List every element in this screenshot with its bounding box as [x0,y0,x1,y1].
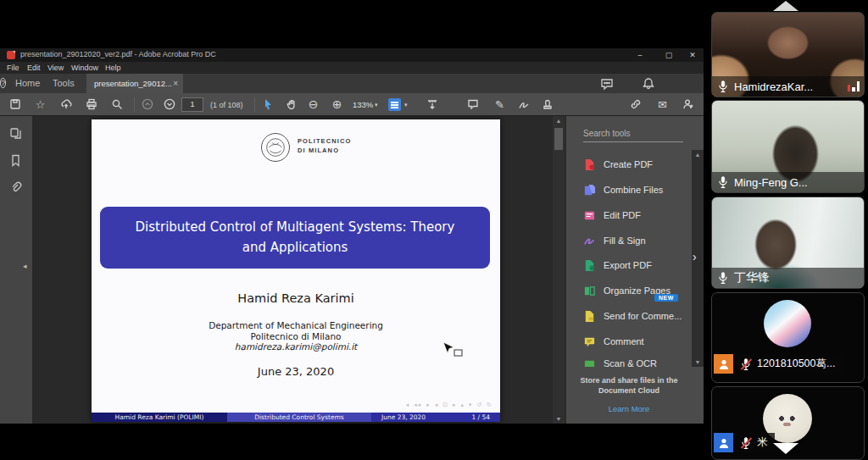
tool-export-pdf[interactable]: Export PDF [583,256,652,274]
polimi-logo-text: POLITECNICO DI MILANO [298,137,351,156]
email-icon[interactable]: ✉ [656,98,669,111]
footer-author: Hamid Reza Karimi (POLIMI) [92,413,227,422]
participant-name: Ming-Feng G... [734,176,808,189]
participant-name: HamidrezaKar... [734,80,813,93]
tool-create-pdf[interactable]: Create PDF [583,155,653,174]
slide-author: Hamid Reza Karimi [92,291,500,305]
add-person-icon[interactable] [682,98,694,111]
link-share-icon[interactable] [629,98,642,111]
previous-page-icon[interactable] [141,98,153,111]
scroll-participants-down-icon[interactable] [773,443,798,454]
slide-title-box: Distributed Control of Multiagent System… [100,207,490,269]
pdf-file-icon [7,51,15,59]
slide-date: June 23, 2020 [92,365,500,378]
star-icon[interactable]: ☆ [34,98,47,111]
main-toolbar: ☆ 1 (1 of 108) ⊖ ⊕ 133% ▾ [0,93,704,116]
tool-edit-pdf[interactable]: Edit PDF [583,206,641,224]
menu-help[interactable]: Help [105,62,121,74]
slide-footer-bar: Hamid Reza Karimi (POLIMI) Distributed C… [92,413,500,422]
select-tool-icon[interactable] [261,98,274,111]
share-cloud-icon[interactable] [59,98,72,111]
page-thumbnails-icon[interactable] [8,126,23,141]
document-cloud-text-2: Document Cloud [566,386,692,395]
minimize-button[interactable]: – [631,49,649,61]
slide-title: Distributed Control of Multiagent System… [122,218,468,258]
page-number-input[interactable]: 1 [181,97,203,112]
acrobat-window: presentation_29012020_ver2.pdf - Adobe A… [0,48,704,424]
window-title: presentation_29012020_ver2.pdf - Adobe A… [20,50,216,58]
participant-video-2[interactable]: Ming-Feng G... [711,100,865,193]
scroll-down-icon[interactable]: ▼ [553,416,565,422]
page-fit-icon[interactable] [388,98,401,111]
zoom-caret-icon[interactable]: ▾ [375,102,378,108]
footer-right: June 23, 2020 1 / 54 [371,413,500,422]
close-button[interactable]: ✕ [683,49,702,61]
help-icon[interactable]: ? [0,78,6,88]
tools-list: Create PDF Combine Files Edit PDF Fill &… [566,150,692,367]
search-icon[interactable] [110,98,123,111]
polimi-seal-logo [261,133,290,162]
collapse-panel-chevron-icon[interactable]: › [693,250,697,263]
attachments-icon[interactable] [8,180,23,195]
audio-level-icon [848,81,860,91]
fit-width-icon[interactable] [426,98,438,111]
maximize-button[interactable]: ▢ [659,49,678,61]
tool-comment[interactable]: Comment [583,332,644,351]
zoom-out-icon[interactable]: ⊖ [307,98,320,111]
tools-panel-scrollbar[interactable]: ▲ › ▼ [692,150,704,367]
menu-window[interactable]: Window [71,62,98,74]
beamer-nav-symbols: ◂ ◂▸ ▸ ◂ ⊡ ▸ ▴ ▾ ↺ ↻ [406,402,493,408]
scroll-participants-up-icon[interactable] [773,1,798,11]
tab-document[interactable]: presentation_29012... × [86,74,183,93]
pdf-page: POLITECNICO DI MILANO Distributed Contro… [92,119,500,422]
next-page-icon[interactable] [163,98,175,111]
menu-edit[interactable]: Edit [27,62,41,74]
bookmarks-icon[interactable] [8,153,23,168]
mouse-cursor [442,341,465,358]
mic-muted-icon [740,357,752,371]
panel-scroll-up-icon[interactable]: ▲ [692,152,704,158]
scrollbar-thumb[interactable] [554,128,563,150]
menu-file[interactable]: File [7,62,19,74]
tab-document-label: presentation_29012... [94,79,172,88]
zoom-level[interactable]: 133% [353,100,373,109]
bell-icon[interactable] [642,77,655,91]
menu-view[interactable]: View [47,62,64,74]
participant-video-3[interactable]: 丁华锋 [711,197,865,289]
chat-icon[interactable] [600,77,614,91]
screen: presentation_29012020_ver2.pdf - Adobe A… [0,0,868,460]
stamp-tool-icon[interactable] [541,98,554,111]
search-tools-input[interactable]: Search tools [583,126,683,142]
page-count-label: (1 of 108) [210,101,243,109]
hand-tool-icon[interactable] [285,98,298,111]
participant-video-1[interactable]: HamidrezaKar... [711,12,865,97]
tab-close-icon[interactable]: × [173,74,178,93]
tab-tools[interactable]: Tools [53,74,75,93]
footer-date: June 23, 2020 [381,413,426,422]
collapse-pane-icon[interactable]: ◂ [23,262,27,270]
tool-fill-sign[interactable]: Fill & Sign [583,231,646,250]
sign-icon[interactable] [517,98,530,111]
tab-bar: Home Tools presentation_29012... × ? [0,74,704,93]
document-viewport[interactable]: POLITECNICO DI MILANO Distributed Contro… [32,116,553,424]
participant-tile-4[interactable]: 1201810500葛... [711,292,865,383]
menu-bar: File Edit View Window Help [0,62,704,74]
tools-panel: Search tools Create PDF Combine Files Ed… [566,116,704,424]
save-icon[interactable] [8,98,21,111]
tool-scan-ocr[interactable]: Scan & OCR [583,354,657,367]
learn-more-link[interactable]: Learn More [566,404,692,413]
footer-page-number: 1 / 54 [471,413,490,422]
comment-tool-icon[interactable] [466,98,479,111]
mic-on-icon [717,175,729,189]
print-icon[interactable] [85,98,97,111]
document-scrollbar[interactable]: ▲ ▼ [553,116,565,424]
tool-send-for-comments[interactable]: Send for Comme... [583,307,682,325]
tool-combine-files[interactable]: Combine Files [583,180,663,199]
new-badge: NEW [654,294,678,302]
highlighter-icon[interactable]: ✎ [493,98,506,111]
page-fit-caret-icon[interactable]: ▾ [404,102,408,108]
panel-scroll-down-icon[interactable]: ▼ [692,359,704,365]
tab-home[interactable]: Home [15,74,40,93]
zoom-in-icon[interactable]: ⊕ [331,98,343,111]
scroll-up-icon[interactable]: ▲ [553,118,565,124]
